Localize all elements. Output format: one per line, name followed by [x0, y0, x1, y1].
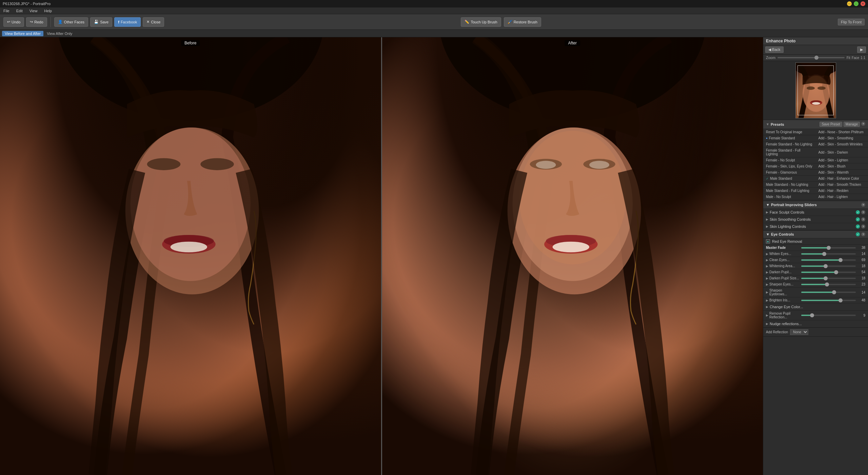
eye-controls-help[interactable]: ? [861, 232, 865, 236]
portrait-improving-header[interactable]: ▼ Portrait Improving Sliders ? [763, 201, 868, 209]
face-sculpt-help[interactable]: ? [861, 210, 865, 214]
preset-female-standard[interactable]: Female Standard [763, 135, 816, 141]
back-button[interactable]: ◀ Back [765, 46, 784, 53]
preset-add-skin-lighten[interactable]: Add - Skin - Lighten [816, 157, 868, 163]
preset-add-skin-darken[interactable]: Add - Skin - Darken [816, 147, 868, 157]
preset-add-skin-smooth-wrinkles[interactable]: Add - Skin - Smooth Wrinkles [816, 141, 868, 147]
next-button[interactable]: ▶ [857, 46, 866, 53]
eye-controls-header[interactable]: ▼ Eye Controls ✓ ? [763, 231, 868, 238]
menu-view[interactable]: View [28, 8, 39, 14]
preset-male-no-lighting[interactable]: Male Standard - No Lighting [763, 182, 816, 187]
darken-pupil-thumb[interactable] [834, 270, 838, 274]
preset-female-glamorous[interactable]: Female - Glamorous [763, 170, 816, 175]
skin-lighting-item[interactable]: ▶ Skin Lighting Controls ✓ ? [763, 223, 868, 230]
skin-smoothing-help[interactable]: ? [861, 217, 865, 221]
master-fade-thumb[interactable] [827, 246, 831, 250]
close-button[interactable]: ✕ Close [143, 17, 164, 27]
save-preset-button[interactable]: Save Preset [820, 122, 842, 127]
whitening-area-slider[interactable] [801, 265, 856, 267]
preset-add-hair-redden[interactable]: Add - Hair - Redden [816, 188, 868, 194]
preset-female-no-lighting[interactable]: Female Standard - No Lighting [763, 141, 816, 147]
presets-help-button[interactable]: ? [861, 122, 865, 126]
thumbnail[interactable] [795, 62, 836, 118]
zoom-fit[interactable]: Fit [847, 56, 850, 60]
preset-reset[interactable]: Reset To Original Image [763, 129, 816, 135]
whiten-eyes-slider[interactable] [801, 253, 856, 255]
remove-pupil-slider[interactable] [801, 315, 856, 316]
zoom-thumb[interactable] [814, 56, 818, 60]
undo-button[interactable]: ↩ Undo [3, 17, 24, 27]
menu-file[interactable]: File [2, 8, 11, 14]
preset-male-standard[interactable]: Male Standard [763, 176, 816, 181]
clean-eyes-thumb[interactable] [839, 258, 843, 262]
master-fade-slider[interactable] [801, 247, 856, 249]
remove-pupil-reflection-label[interactable]: ▶ Remove Pupil Reflection... [766, 312, 800, 319]
preset-add-hair-enhance[interactable]: Add - Hair - Enhance Color [816, 176, 868, 181]
brighten-iris-thumb[interactable] [839, 298, 843, 302]
preset-add-hair-lighten[interactable]: Add - Hair - Lighten [816, 194, 868, 200]
presets-header[interactable]: ▼ Presets Save Preset Manage ? [763, 120, 868, 128]
minimize-button[interactable]: — [847, 1, 852, 6]
menu-edit[interactable]: Edit [15, 8, 24, 14]
sharpen-eyebrows-slider[interactable] [801, 292, 856, 293]
other-faces-button[interactable]: 👤 Other Faces [54, 17, 88, 27]
darken-pupil-label[interactable]: ▶ Darken Pupil... [766, 270, 800, 274]
preset-female-no-sculpt[interactable]: Female - No Sculpt [763, 157, 816, 163]
skin-smoothing-item[interactable]: ▶ Skin Smoothing Controls ✓ ? [763, 216, 868, 223]
save-button[interactable]: 💾 Save [90, 17, 112, 27]
zoom-ratio[interactable]: 1:1 [861, 56, 865, 60]
facebook-button[interactable]: f Facebook [114, 17, 141, 27]
redo-button[interactable]: ↪ Redo [26, 17, 47, 27]
preset-add-hair-smooth[interactable]: Add - Hair - Smooth Thicken [816, 182, 868, 187]
preset-add-skin-smoothing[interactable]: Add - Skin - Smoothing [816, 135, 868, 141]
sharpen-eyebrows-thumb[interactable] [832, 290, 836, 294]
add-reflection-select[interactable]: None [790, 329, 808, 335]
preset-female-full-lighting[interactable]: Female Standard - Full Lighting [763, 147, 816, 157]
preset-add-skin-blush[interactable]: Add - Skin - Blush [816, 163, 868, 169]
whiten-eyes-label[interactable]: ▶ Whiten Eyes... [766, 252, 800, 256]
nudge-reflections-item[interactable]: ▶ Nudge reflections... [763, 320, 868, 328]
remove-pupil-reflection-row: ▶ Remove Pupil Reflection... 9 [763, 311, 868, 320]
close-window-button[interactable]: ✕ [861, 1, 865, 6]
preset-female-skin-lips-eyes[interactable]: Female - Skin, Lips, Eyes Only [763, 163, 816, 169]
clean-eyes-label[interactable]: ▶ Clean Eyes... [766, 258, 800, 262]
preset-add-nose[interactable]: Add - Nose - Shorten Philtrum [816, 129, 868, 135]
brighten-iris-label[interactable]: ▶ Brighten Iris... [766, 298, 800, 302]
preset-male-no-sculpt[interactable]: Male - No Sculpt [763, 194, 816, 200]
preset-add-skin-warmth[interactable]: Add - Skin - Warmth [816, 170, 868, 175]
red-eye-checkbox[interactable]: ■ [766, 239, 770, 243]
maximize-button[interactable]: □ [854, 1, 859, 6]
manage-presets-button[interactable]: Manage [844, 122, 860, 127]
whitening-area-label[interactable]: ▶ Whitening Area... [766, 264, 800, 268]
menu-help[interactable]: Help [43, 8, 53, 14]
face-sculpt-item[interactable]: ▶ Face Sculpt Controls ✓ ? [763, 209, 868, 216]
panel-divider[interactable] [381, 37, 382, 475]
whiten-eyes-thumb[interactable] [822, 252, 826, 256]
remove-pupil-thumb[interactable] [810, 313, 814, 317]
skin-lighting-help[interactable]: ? [861, 224, 865, 229]
portrait-improving-title: ▼ Portrait Improving Sliders [766, 203, 817, 207]
portrait-improving-help[interactable]: ? [861, 203, 865, 207]
darken-pupil-size-label[interactable]: ▶ Darken Pupil Size... [766, 276, 800, 280]
sharpen-eyebrows-label[interactable]: ▶ Sharpen Eyebrows... [766, 289, 800, 296]
darken-pupil-size-thumb[interactable] [824, 276, 828, 280]
sharpen-eyes-thumb[interactable] [825, 282, 829, 286]
preset-male-full-lighting[interactable]: Male Standard - Full Lighting [763, 188, 816, 194]
view-after-only-button[interactable]: View After Only [44, 31, 75, 36]
clean-eyes-slider[interactable] [801, 259, 856, 261]
titlebar: P6130268.JPG* - PortraitPro — □ ✕ [0, 0, 868, 7]
change-eye-color-item[interactable]: ▶ Change Eye Color... [763, 303, 868, 311]
view-before-after-button[interactable]: View Before and After [2, 31, 43, 36]
touch-up-brush-button[interactable]: ✏️ Touch Up Brush [461, 17, 501, 27]
darken-pupil-size-slider[interactable] [801, 278, 856, 279]
darken-pupil-slider[interactable] [801, 272, 856, 273]
brighten-iris-slider[interactable] [801, 300, 856, 301]
zoom-slider[interactable] [777, 57, 845, 58]
sharpen-eyes-slider[interactable] [801, 284, 856, 285]
restore-brush-button[interactable]: 🖌️ Restore Brush [504, 17, 541, 27]
sharpen-eyes-label[interactable]: ▶ Sharpen Eyes... [766, 282, 800, 286]
zoom-face[interactable]: Face [852, 56, 859, 60]
whitening-area-thumb[interactable] [824, 264, 828, 268]
presets-title: Presets [771, 122, 784, 126]
flip-to-front-button[interactable]: Flip To Front [838, 19, 865, 25]
